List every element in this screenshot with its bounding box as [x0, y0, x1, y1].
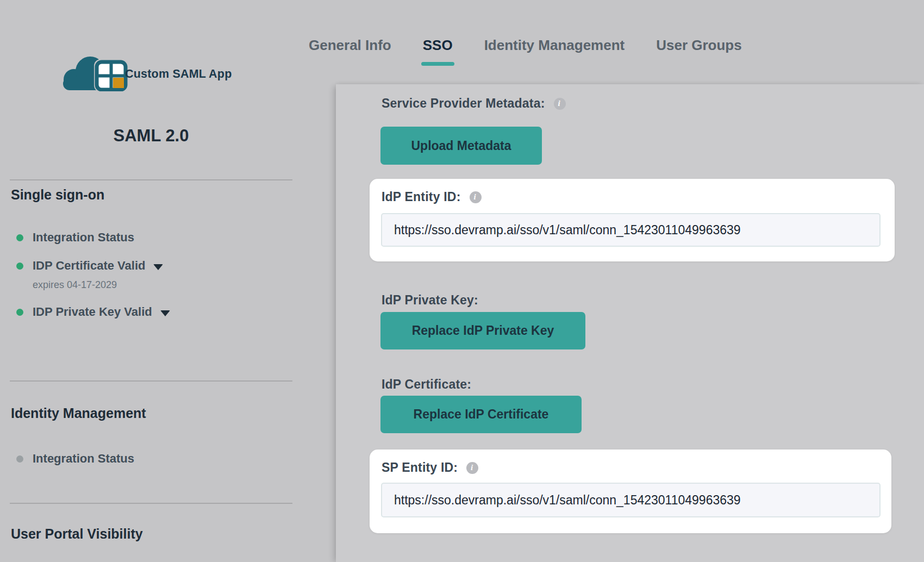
info-icon[interactable]: i — [554, 98, 566, 110]
sidebar-item-integration-status-idm: Integration Status — [16, 452, 134, 466]
service-provider-metadata-label: Service Provider Metadata: — [382, 96, 545, 111]
sidebar-item-integration-status: Integration Status — [16, 230, 134, 245]
replace-idp-private-key-button[interactable]: Replace IdP Private Key — [380, 312, 585, 349]
sp-entity-id-row: SP Entity ID: i — [382, 460, 478, 475]
idp-entity-id-label: IdP Entity ID: — [382, 190, 461, 204]
status-dot-green — [16, 309, 23, 316]
status-dot-green — [16, 263, 23, 270]
certificate-expiry-text: expires 04-17-2029 — [33, 279, 117, 291]
section-header-single-sign-on: Single sign-on — [11, 187, 104, 203]
service-provider-metadata-row: Service Provider Metadata: i — [382, 96, 566, 111]
info-icon[interactable]: i — [470, 191, 482, 203]
app-logo: Custom SAML App — [54, 54, 283, 92]
tab-bar: General Info SSO Identity Management Use… — [309, 37, 742, 66]
app-name: Custom SAML App — [125, 67, 232, 81]
sso-settings-panel: Service Provider Metadata: i Upload Meta… — [336, 84, 924, 562]
tab-user-groups[interactable]: User Groups — [656, 37, 742, 66]
sidebar-divider — [10, 503, 292, 504]
sidebar-divider — [10, 380, 292, 382]
info-icon[interactable]: i — [466, 462, 478, 474]
sp-entity-id-card: SP Entity ID: i — [370, 449, 891, 533]
idp-certificate-label: IdP Certificate: — [382, 377, 471, 392]
idp-private-key-label: IdP Private Key: — [382, 293, 478, 308]
sidebar-item-idp-certificate-valid[interactable]: IDP Certificate Valid — [16, 259, 163, 273]
sidebar-item-idp-private-key-valid[interactable]: IDP Private Key Valid — [16, 305, 170, 319]
active-tab-underline — [421, 62, 454, 66]
tab-sso[interactable]: SSO — [423, 37, 453, 66]
status-dot-green — [16, 234, 23, 241]
caret-down-icon[interactable] — [160, 310, 170, 316]
replace-idp-certificate-button[interactable]: Replace IdP Certificate — [380, 396, 582, 433]
sp-entity-id-label: SP Entity ID: — [382, 460, 458, 475]
section-header-user-portal-visibility: User Portal Visibility — [11, 526, 143, 542]
cloud-grid-logo-icon — [54, 54, 130, 91]
tab-general-info[interactable]: General Info — [309, 37, 391, 66]
tab-identity-management[interactable]: Identity Management — [484, 37, 625, 66]
status-dot-gray — [16, 455, 23, 463]
section-header-identity-management: Identity Management — [11, 405, 146, 421]
upload-metadata-button[interactable]: Upload Metadata — [380, 127, 542, 165]
idp-entity-id-card: IdP Entity ID: i — [370, 179, 895, 261]
sidebar: Custom SAML App SAML 2.0 Single sign-on … — [0, 0, 336, 562]
protocol-title: SAML 2.0 — [0, 126, 302, 146]
sp-entity-id-input[interactable] — [381, 483, 881, 517]
idp-entity-id-row: IdP Entity ID: i — [382, 190, 482, 204]
sidebar-divider — [10, 179, 292, 180]
idp-entity-id-input[interactable] — [381, 213, 881, 247]
caret-down-icon[interactable] — [153, 264, 163, 270]
